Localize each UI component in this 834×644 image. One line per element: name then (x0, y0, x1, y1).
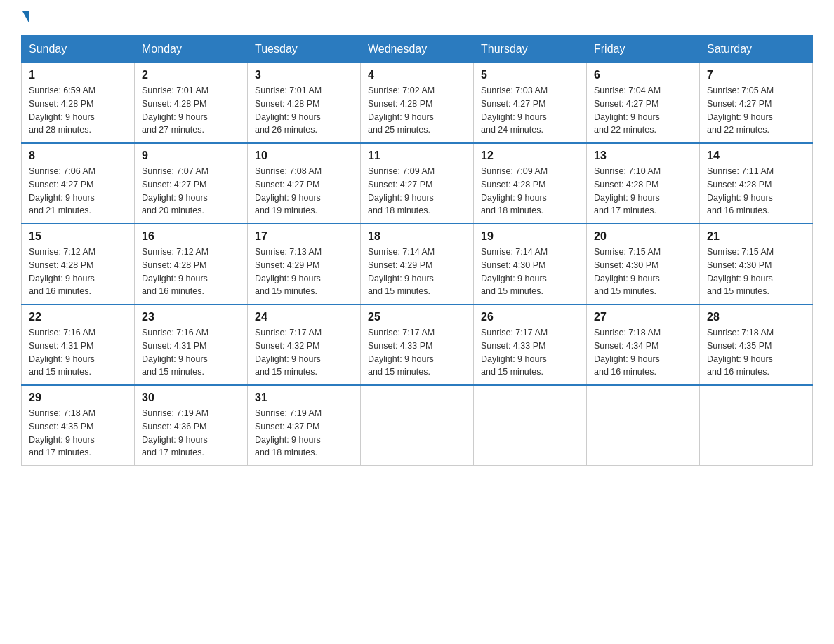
calendar-day-cell: 2 Sunrise: 7:01 AM Sunset: 4:28 PM Dayli… (135, 63, 248, 144)
day-info: Sunrise: 6:59 AM Sunset: 4:28 PM Dayligh… (29, 84, 127, 137)
calendar-day-cell: 21 Sunrise: 7:15 AM Sunset: 4:30 PM Dayl… (700, 224, 813, 304)
calendar-week-row: 1 Sunrise: 6:59 AM Sunset: 4:28 PM Dayli… (22, 63, 813, 144)
day-number: 8 (29, 149, 127, 162)
calendar-day-cell (587, 385, 700, 466)
day-info: Sunrise: 7:17 AM Sunset: 4:33 PM Dayligh… (368, 326, 466, 379)
calendar-day-cell: 20 Sunrise: 7:15 AM Sunset: 4:30 PM Dayl… (587, 224, 700, 304)
day-info: Sunrise: 7:17 AM Sunset: 4:33 PM Dayligh… (481, 326, 579, 379)
day-info: Sunrise: 7:10 AM Sunset: 4:28 PM Dayligh… (594, 165, 692, 217)
calendar-day-cell (474, 385, 587, 466)
calendar-day-cell: 25 Sunrise: 7:17 AM Sunset: 4:33 PM Dayl… (361, 304, 474, 385)
col-header-saturday: Saturday (700, 36, 813, 63)
calendar-day-cell: 13 Sunrise: 7:10 AM Sunset: 4:28 PM Dayl… (587, 143, 700, 224)
calendar-day-cell: 18 Sunrise: 7:14 AM Sunset: 4:29 PM Dayl… (361, 224, 474, 304)
day-info: Sunrise: 7:12 AM Sunset: 4:28 PM Dayligh… (29, 246, 127, 298)
calendar-day-cell: 14 Sunrise: 7:11 AM Sunset: 4:28 PM Dayl… (700, 143, 813, 224)
day-number: 15 (29, 230, 127, 243)
calendar-day-cell: 9 Sunrise: 7:07 AM Sunset: 4:27 PM Dayli… (135, 143, 248, 224)
day-number: 13 (594, 149, 692, 162)
calendar-day-cell: 22 Sunrise: 7:16 AM Sunset: 4:31 PM Dayl… (22, 304, 135, 385)
day-number: 6 (594, 69, 692, 81)
calendar-day-cell: 15 Sunrise: 7:12 AM Sunset: 4:28 PM Dayl… (22, 224, 135, 304)
calendar-day-cell: 12 Sunrise: 7:09 AM Sunset: 4:28 PM Dayl… (474, 143, 587, 224)
calendar-day-cell: 29 Sunrise: 7:18 AM Sunset: 4:35 PM Dayl… (22, 385, 135, 466)
day-info: Sunrise: 7:04 AM Sunset: 4:27 PM Dayligh… (594, 84, 692, 137)
day-info: Sunrise: 7:15 AM Sunset: 4:30 PM Dayligh… (707, 246, 805, 298)
calendar-day-cell: 16 Sunrise: 7:12 AM Sunset: 4:28 PM Dayl… (135, 224, 248, 304)
day-info: Sunrise: 7:18 AM Sunset: 4:35 PM Dayligh… (29, 407, 127, 459)
calendar-day-cell: 7 Sunrise: 7:05 AM Sunset: 4:27 PM Dayli… (700, 63, 813, 144)
day-number: 21 (707, 230, 805, 243)
day-number: 18 (368, 230, 466, 243)
calendar-day-cell: 23 Sunrise: 7:16 AM Sunset: 4:31 PM Dayl… (135, 304, 248, 385)
day-number: 22 (29, 311, 127, 323)
calendar-day-cell: 10 Sunrise: 7:08 AM Sunset: 4:27 PM Dayl… (248, 143, 361, 224)
day-info: Sunrise: 7:09 AM Sunset: 4:28 PM Dayligh… (481, 165, 579, 217)
col-header-wednesday: Wednesday (361, 36, 474, 63)
day-number: 23 (142, 311, 240, 323)
calendar-header-row: SundayMondayTuesdayWednesdayThursdayFrid… (22, 36, 813, 63)
calendar-week-row: 8 Sunrise: 7:06 AM Sunset: 4:27 PM Dayli… (22, 143, 813, 224)
calendar-week-row: 29 Sunrise: 7:18 AM Sunset: 4:35 PM Dayl… (22, 385, 813, 466)
day-number: 19 (481, 230, 579, 243)
day-info: Sunrise: 7:08 AM Sunset: 4:27 PM Dayligh… (255, 165, 353, 217)
calendar-day-cell: 19 Sunrise: 7:14 AM Sunset: 4:30 PM Dayl… (474, 224, 587, 304)
col-header-thursday: Thursday (474, 36, 587, 63)
day-number: 30 (142, 391, 240, 404)
day-info: Sunrise: 7:15 AM Sunset: 4:30 PM Dayligh… (594, 246, 692, 298)
day-info: Sunrise: 7:19 AM Sunset: 4:36 PM Dayligh… (142, 407, 240, 459)
calendar-table: SundayMondayTuesdayWednesdayThursdayFrid… (21, 35, 813, 466)
day-number: 11 (368, 149, 466, 162)
day-info: Sunrise: 7:18 AM Sunset: 4:35 PM Dayligh… (707, 326, 805, 379)
day-info: Sunrise: 7:11 AM Sunset: 4:28 PM Dayligh… (707, 165, 805, 217)
calendar-day-cell: 26 Sunrise: 7:17 AM Sunset: 4:33 PM Dayl… (474, 304, 587, 385)
day-number: 4 (368, 69, 466, 81)
calendar-day-cell: 28 Sunrise: 7:18 AM Sunset: 4:35 PM Dayl… (700, 304, 813, 385)
day-info: Sunrise: 7:02 AM Sunset: 4:28 PM Dayligh… (368, 84, 466, 137)
day-number: 20 (594, 230, 692, 243)
day-number: 25 (368, 311, 466, 323)
day-number: 1 (29, 69, 127, 81)
day-info: Sunrise: 7:16 AM Sunset: 4:31 PM Dayligh… (29, 326, 127, 379)
calendar-day-cell: 24 Sunrise: 7:17 AM Sunset: 4:32 PM Dayl… (248, 304, 361, 385)
day-number: 3 (255, 69, 353, 81)
calendar-day-cell: 27 Sunrise: 7:18 AM Sunset: 4:34 PM Dayl… (587, 304, 700, 385)
calendar-day-cell: 3 Sunrise: 7:01 AM Sunset: 4:28 PM Dayli… (248, 63, 361, 144)
logo (21, 14, 29, 24)
calendar-day-cell: 6 Sunrise: 7:04 AM Sunset: 4:27 PM Dayli… (587, 63, 700, 144)
calendar-day-cell (700, 385, 813, 466)
calendar-day-cell: 30 Sunrise: 7:19 AM Sunset: 4:36 PM Dayl… (135, 385, 248, 466)
day-info: Sunrise: 7:01 AM Sunset: 4:28 PM Dayligh… (142, 84, 240, 137)
page-header (21, 14, 813, 24)
day-number: 14 (707, 149, 805, 162)
day-info: Sunrise: 7:05 AM Sunset: 4:27 PM Dayligh… (707, 84, 805, 137)
day-number: 16 (142, 230, 240, 243)
day-number: 2 (142, 69, 240, 81)
day-info: Sunrise: 7:09 AM Sunset: 4:27 PM Dayligh… (368, 165, 466, 217)
day-info: Sunrise: 7:19 AM Sunset: 4:37 PM Dayligh… (255, 407, 353, 459)
calendar-day-cell: 1 Sunrise: 6:59 AM Sunset: 4:28 PM Dayli… (22, 63, 135, 144)
calendar-day-cell (361, 385, 474, 466)
day-number: 17 (255, 230, 353, 243)
day-info: Sunrise: 7:14 AM Sunset: 4:30 PM Dayligh… (481, 246, 579, 298)
day-number: 7 (707, 69, 805, 81)
day-number: 31 (255, 391, 353, 404)
calendar-day-cell: 8 Sunrise: 7:06 AM Sunset: 4:27 PM Dayli… (22, 143, 135, 224)
calendar-day-cell: 5 Sunrise: 7:03 AM Sunset: 4:27 PM Dayli… (474, 63, 587, 144)
calendar-day-cell: 17 Sunrise: 7:13 AM Sunset: 4:29 PM Dayl… (248, 224, 361, 304)
day-info: Sunrise: 7:18 AM Sunset: 4:34 PM Dayligh… (594, 326, 692, 379)
day-number: 5 (481, 69, 579, 81)
calendar-week-row: 22 Sunrise: 7:16 AM Sunset: 4:31 PM Dayl… (22, 304, 813, 385)
day-number: 28 (707, 311, 805, 323)
calendar-day-cell: 31 Sunrise: 7:19 AM Sunset: 4:37 PM Dayl… (248, 385, 361, 466)
calendar-day-cell: 11 Sunrise: 7:09 AM Sunset: 4:27 PM Dayl… (361, 143, 474, 224)
col-header-monday: Monday (135, 36, 248, 63)
day-number: 9 (142, 149, 240, 162)
day-info: Sunrise: 7:16 AM Sunset: 4:31 PM Dayligh… (142, 326, 240, 379)
day-info: Sunrise: 7:03 AM Sunset: 4:27 PM Dayligh… (481, 84, 579, 137)
day-info: Sunrise: 7:13 AM Sunset: 4:29 PM Dayligh… (255, 246, 353, 298)
day-number: 27 (594, 311, 692, 323)
day-number: 29 (29, 391, 127, 404)
day-number: 24 (255, 311, 353, 323)
day-info: Sunrise: 7:07 AM Sunset: 4:27 PM Dayligh… (142, 165, 240, 217)
